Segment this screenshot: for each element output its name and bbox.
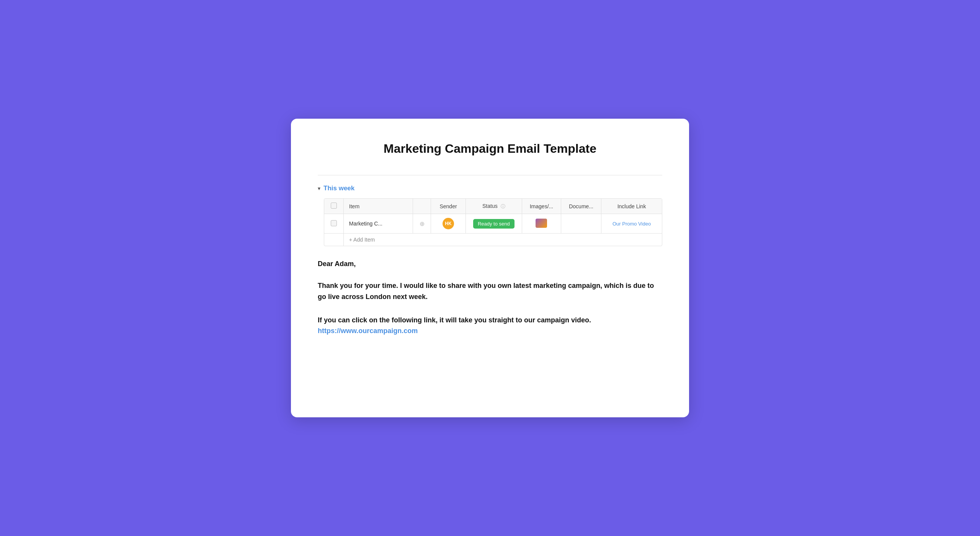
images-cell: [522, 214, 561, 234]
campaign-link[interactable]: https://www.ourcampaign.com: [318, 327, 418, 335]
page-title: Marketing Campaign Email Template: [318, 142, 662, 156]
email-paragraph-2: If you can click on the following link, …: [318, 315, 662, 337]
email-paragraph-1: Thank you for your time. I would like to…: [318, 280, 662, 302]
sender-cell: HK: [431, 214, 466, 234]
section-header: ▾ This week: [318, 185, 662, 192]
th-sender: Sender: [431, 199, 466, 214]
th-checkbox: [324, 199, 343, 214]
th-documents: Docume...: [561, 199, 601, 214]
data-table-wrapper: Item Sender Status ⓘ Images/... Docume..…: [324, 198, 662, 246]
item-name: Marketing C...: [349, 221, 382, 227]
item-cell: Marketing C...: [343, 214, 413, 234]
email-greeting: Dear Adam,: [318, 260, 662, 268]
image-thumbnail: [536, 219, 547, 228]
add-item-row[interactable]: + Add Item: [324, 234, 662, 246]
header-checkbox[interactable]: [331, 203, 337, 209]
comment-cell: ⊕: [413, 214, 431, 234]
th-images: Images/...: [522, 199, 561, 214]
email-body: Dear Adam, Thank you for your time. I wo…: [318, 260, 662, 337]
divider: [318, 175, 662, 175]
main-card: Marketing Campaign Email Template ▾ This…: [291, 119, 689, 417]
section-title: This week: [323, 185, 354, 192]
status-cell: Ready to send: [466, 214, 522, 234]
th-status: Status ⓘ: [466, 199, 522, 214]
comment-icon[interactable]: ⊕: [420, 221, 425, 227]
status-badge: Ready to send: [473, 219, 514, 229]
table-row: Marketing C... ⊕ HK Ready to send: [324, 214, 662, 234]
chevron-down-icon[interactable]: ▾: [318, 185, 320, 191]
th-comment: [413, 199, 431, 214]
row-checkbox[interactable]: [331, 220, 337, 226]
table-header-row: Item Sender Status ⓘ Images/... Docume..…: [324, 199, 662, 214]
info-icon: ⓘ: [501, 204, 505, 209]
documents-cell: [561, 214, 601, 234]
add-item-checkbox-cell: [324, 234, 343, 246]
data-table: Item Sender Status ⓘ Images/... Docume..…: [324, 199, 662, 246]
include-link-cell: Our Promo Video: [601, 214, 662, 234]
row-checkbox-cell: [324, 214, 343, 234]
add-item-label[interactable]: + Add Item: [343, 234, 662, 246]
promo-link[interactable]: Our Promo Video: [612, 221, 651, 227]
th-include-link: Include Link: [601, 199, 662, 214]
avatar: HK: [443, 218, 454, 229]
th-item: Item: [343, 199, 413, 214]
